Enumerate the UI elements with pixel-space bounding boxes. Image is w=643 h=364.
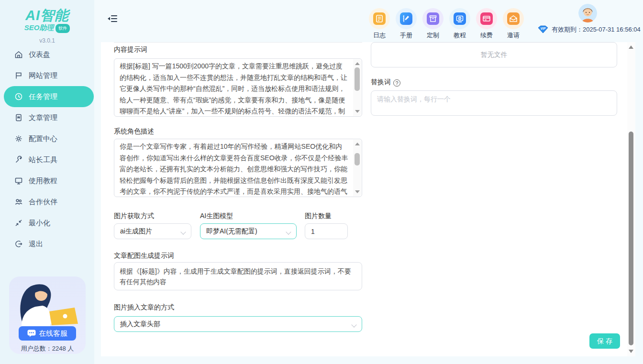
content-prompt-label: 内容提示词 [114, 45, 147, 54]
image-prompt-label: 文章配图生成提示词 [114, 252, 174, 260]
logout-icon [14, 240, 23, 248]
image-insert-select[interactable]: 插入文章头部 [114, 316, 362, 332]
chevron-down-icon [352, 322, 357, 327]
quick-action-label: 教程 [454, 31, 466, 40]
main-content: 内容提示词 根据[标题] 写一篇1500到2000字的文章，文章需要注重思维跳跃… [101, 42, 635, 356]
tutorial-camera-icon [449, 8, 470, 29]
sidebar-item-config[interactable]: 配置中心 [0, 128, 94, 149]
users-total: 用户总数：2248 人 [9, 344, 86, 353]
collapse-sidebar-icon[interactable] [108, 14, 118, 23]
logo-badge: 软件 [55, 24, 70, 33]
quick-action-manual[interactable]: 手册 [393, 8, 420, 40]
sidebar-item-label: 退出 [29, 240, 43, 249]
sidebar-item-label: 合作伙伴 [29, 198, 57, 207]
manual-notebook-icon [396, 8, 417, 29]
image-model-label: AI生图模型 [200, 212, 233, 221]
vip-badge-icon: VIP [537, 25, 549, 33]
scroll-thumb[interactable] [629, 132, 633, 345]
invite-envelope-icon [503, 8, 524, 29]
image-method-select[interactable]: ai生成图片 [114, 223, 191, 239]
svg-text:VIP: VIP [541, 27, 546, 30]
flag-icon [14, 71, 23, 80]
textarea-scrollbar[interactable] [353, 140, 361, 196]
chat-bubble-icon [27, 330, 36, 337]
image-prompt-textarea[interactable]: 根据《[标题]》内容，生成用于生成文章配图的提示词，直接返回提示词，不要有任何其… [114, 262, 362, 290]
save-button[interactable]: 保存 [589, 333, 620, 349]
quick-action-label: 续费 [480, 31, 493, 40]
sidebar-item-partners[interactable]: 合作伙伴 [0, 191, 94, 212]
partners-icon [14, 198, 23, 206]
sidebar-item-label: 任务管理 [29, 92, 57, 101]
image-count-label: 图片数量 [305, 212, 332, 221]
custom-box-icon [422, 8, 443, 29]
chevron-down-icon [287, 229, 291, 234]
textarea-scrollbar[interactable] [353, 59, 361, 116]
renew-card-icon [476, 8, 497, 29]
sidebar-item-tutorial[interactable]: 使用教程 [0, 170, 94, 191]
app-logo: AI智能 SEO助理软件 [0, 8, 94, 33]
app-version: v3.0.1 [0, 37, 94, 44]
logo-title: AI智能 [0, 8, 94, 23]
quick-action-label: 日志 [373, 31, 386, 40]
gear-icon [14, 134, 23, 143]
system-role-label: 系统角色描述 [114, 127, 154, 136]
quick-action-label: 邀请 [507, 31, 520, 40]
customer-service-illustration [9, 279, 86, 327]
quick-action-custom[interactable]: 定制 [420, 8, 446, 40]
sidebar-menu: 仪表盘 网站管理 任务管理 文章管理 配置中心 站长工具 [0, 44, 94, 254]
sidebar-item-tasks[interactable]: 任务管理 [4, 86, 94, 107]
image-insert-label: 图片插入文章的方式 [114, 303, 174, 312]
scroll-up-arrow[interactable] [629, 45, 633, 49]
minimize-icon [14, 219, 23, 227]
sidebar-item-label: 最小化 [29, 219, 50, 228]
chevron-down-icon [181, 229, 186, 234]
sidebar-item-label: 站长工具 [29, 155, 57, 165]
clock-icon [14, 92, 23, 101]
page-scrollbar[interactable] [627, 42, 635, 356]
header: 日志 手册 定制 教程 [94, 0, 643, 42]
replace-words-label: 替换词? [371, 78, 400, 87]
sidebar-item-label: 配置中心 [29, 134, 57, 143]
quick-action-renew[interactable]: 续费 [473, 8, 500, 40]
vip-status: VIP 有效期到：2025-07-31 16:56:04 [537, 25, 641, 33]
sidebar: AI智能 SEO助理软件 v3.0.1 仪表盘 网站管理 任务管理 文章管理 [0, 0, 94, 364]
monitor-icon [14, 176, 23, 185]
user-avatar[interactable] [578, 4, 597, 22]
image-count-input[interactable]: 1 [305, 223, 348, 239]
app-root: AI智能 SEO助理软件 v3.0.1 仪表盘 网站管理 任务管理 文章管理 [0, 0, 643, 364]
sidebar-item-dashboard[interactable]: 仪表盘 [0, 44, 94, 65]
document-icon [14, 113, 23, 122]
quick-action-log[interactable]: 日志 [366, 8, 393, 40]
quick-action-tutorial[interactable]: 教程 [446, 8, 473, 40]
sidebar-item-minimize[interactable]: 最小化 [0, 212, 94, 233]
home-icon [14, 50, 23, 59]
sidebar-item-articles[interactable]: 文章管理 [0, 107, 94, 128]
sidebar-item-webmaster-tools[interactable]: 站长工具 [0, 149, 94, 170]
system-role-textarea[interactable]: 你是一个文章写作专家，有着超过10年的写作经验，精通网站SEO优化和内容创作，你… [114, 139, 362, 197]
support-card: 在线客服 用户总数：2248 人 [9, 276, 86, 354]
sidebar-item-label: 文章管理 [29, 113, 57, 122]
sidebar-item-label: 网站管理 [29, 71, 57, 80]
sidebar-item-label: 使用教程 [29, 176, 57, 186]
wrench-icon [14, 155, 23, 164]
file-upload-empty-box: 暂无文件 [371, 42, 617, 67]
quick-actions: 日志 手册 定制 教程 [366, 8, 527, 40]
image-model-select[interactable]: 即梦AI(无需配置) [200, 223, 297, 239]
logo-subtitle: SEO助理软件 [0, 23, 94, 33]
quick-action-label: 手册 [400, 31, 412, 40]
sidebar-item-websites[interactable]: 网站管理 [0, 65, 94, 86]
sidebar-item-label: 仪表盘 [29, 50, 50, 59]
log-document-icon [369, 8, 390, 29]
online-service-label: 在线客服 [39, 329, 67, 338]
quick-action-label: 定制 [427, 31, 439, 40]
replace-words-textarea[interactable] [371, 90, 617, 116]
quick-action-invite[interactable]: 邀请 [500, 8, 527, 40]
online-service-button[interactable]: 在线客服 [19, 326, 76, 341]
scrolled-element-edge [114, 42, 362, 43]
sidebar-item-exit[interactable]: 退出 [0, 233, 94, 254]
scroll-down-arrow[interactable] [629, 350, 633, 353]
question-circle-icon[interactable]: ? [393, 79, 400, 87]
vip-expiry-text: 有效期到：2025-07-31 16:56:04 [552, 25, 641, 34]
content-prompt-textarea[interactable]: 根据[标题] 写一篇1500到2000字的文章，文章需要注重思维跳跃，避免过度的… [114, 58, 362, 117]
image-method-label: 图片获取方式 [114, 212, 154, 221]
